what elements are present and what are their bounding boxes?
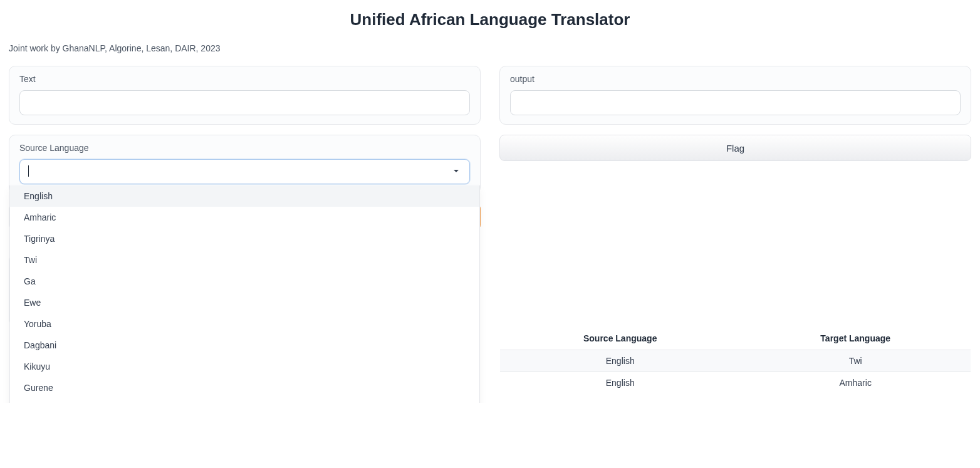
- source-language-card: Source Language EnglishAmharicTigrinyaTw…: [9, 135, 481, 194]
- table-cell: Amharic: [740, 372, 971, 394]
- dropdown-option[interactable]: Kikuyu: [10, 356, 479, 377]
- table-cell: English: [500, 350, 741, 372]
- text-cursor: [28, 165, 29, 177]
- output-text: [510, 90, 961, 115]
- page-title: Unified African Language Translator: [9, 10, 971, 29]
- dropdown-option[interactable]: English: [10, 185, 479, 207]
- page-subtitle: Joint work by GhanaNLP, Algorine, Lesan,…: [9, 43, 971, 53]
- output-card: output: [499, 66, 971, 125]
- table-row[interactable]: EnglishTwi: [500, 350, 971, 372]
- source-language-label: Source Language: [19, 143, 470, 153]
- table-header-source: Source Language: [500, 327, 741, 350]
- dropdown-option[interactable]: Tigrinya: [10, 228, 479, 249]
- flag-button[interactable]: Flag: [499, 135, 971, 161]
- table-cell: English: [500, 372, 741, 394]
- output-label: output: [510, 74, 961, 84]
- dropdown-option[interactable]: Yoruba: [10, 313, 479, 335]
- dropdown-option[interactable]: Ewe: [10, 292, 479, 313]
- dropdown-option[interactable]: Luo: [10, 398, 479, 403]
- text-input-label: Text: [19, 74, 470, 84]
- table-header-target: Target Language: [740, 327, 971, 350]
- dropdown-option[interactable]: Amharic: [10, 207, 479, 228]
- source-language-select[interactable]: [19, 159, 470, 184]
- text-input-card: Text: [9, 66, 481, 125]
- dropdown-option[interactable]: Ga: [10, 271, 479, 292]
- dropdown-option[interactable]: Twi: [10, 249, 479, 271]
- source-language-dropdown: EnglishAmharicTigrinyaTwiGaEweYorubaDagb…: [9, 185, 480, 403]
- dropdown-option[interactable]: Dagbani: [10, 335, 479, 356]
- table-cell: Twi: [740, 350, 971, 372]
- dropdown-option[interactable]: Gurene: [10, 377, 479, 398]
- examples-table: Source Language Target Language EnglishT…: [499, 326, 971, 394]
- table-row[interactable]: EnglishAmharic: [500, 372, 971, 394]
- text-input[interactable]: [19, 90, 470, 115]
